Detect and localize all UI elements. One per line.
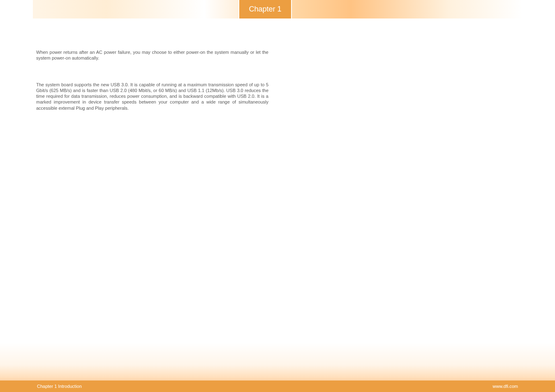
paragraph-power-failure: When power returns after an AC power fai… xyxy=(36,49,268,61)
chapter-label: Chapter 1 xyxy=(249,5,281,14)
footer-chapter-title: Chapter 1 Introduction xyxy=(37,384,82,389)
footer-website: www.dfi.com xyxy=(493,384,518,389)
footer-bar: Chapter 1 Introduction www.dfi.com xyxy=(0,380,555,392)
paragraph-usb-description: The system board supports the new USB 3.… xyxy=(36,82,268,111)
content-area: When power returns after an AC power fai… xyxy=(36,49,268,131)
chapter-tab: Chapter 1 xyxy=(238,0,292,18)
